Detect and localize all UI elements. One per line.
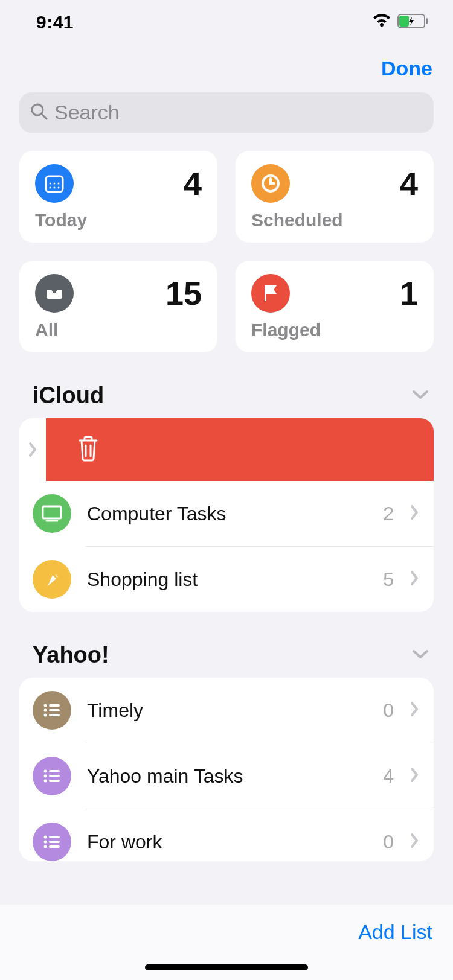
svg-point-7 [50,183,51,185]
search-input[interactable] [54,101,423,124]
card-flagged[interactable]: 1 Flagged [236,261,434,352]
list-count: 2 [383,503,394,525]
home-indicator[interactable] [145,964,308,970]
list-row[interactable]: Shopping list 5 [19,547,434,612]
svg-rect-17 [49,704,60,707]
card-scheduled[interactable]: 4 Scheduled [236,151,434,243]
list-count: 0 [383,831,394,853]
svg-point-8 [54,183,56,185]
svg-rect-21 [49,714,60,716]
card-label: Today [35,210,202,231]
list-icon [33,691,71,730]
carrot-icon [33,560,71,599]
svg-rect-19 [49,709,60,711]
list-name: Yahoo main Tasks [87,765,367,788]
list-count: 4 [383,765,394,788]
svg-rect-23 [49,770,60,772]
card-all[interactable]: 15 All [19,261,217,352]
card-label: All [35,320,202,340]
clock-icon [251,164,290,203]
svg-rect-14 [43,506,61,518]
card-count: 4 [184,167,202,200]
wifi-icon [372,14,391,31]
svg-rect-33 [49,845,60,848]
card-count: 4 [400,167,418,200]
inbox-icon [35,274,74,313]
list-group-icloud: Computer Tasks 2 Shopping list 5 [19,418,434,612]
flag-icon [251,274,290,313]
list-name: Timely [87,699,367,722]
list-row-swipe-delete[interactable] [19,418,434,481]
svg-point-22 [44,770,47,773]
list-row[interactable]: Timely 0 [19,678,434,743]
status-icons [372,13,429,31]
svg-point-24 [44,775,47,778]
chevron-right-icon [410,832,419,851]
card-label: Flagged [251,320,418,340]
chevron-right-icon [410,570,419,589]
delete-action[interactable] [46,418,434,481]
list-row[interactable]: For work 0 [19,809,434,861]
status-bar: 9:41 [0,0,453,39]
svg-point-18 [44,709,47,712]
list-row[interactable]: Yahoo main Tasks 4 [19,743,434,809]
list-count: 0 [383,699,394,722]
chevron-down-icon [412,389,429,402]
search-icon [30,103,48,123]
svg-rect-27 [49,780,60,782]
section-header-icloud[interactable]: iCloud [0,377,453,418]
list-name: Shopping list [87,568,367,591]
chevron-right-icon [410,766,419,786]
status-time: 9:41 [36,12,74,33]
add-list-button[interactable]: Add List [358,920,432,944]
smart-lists-grid: 4 Today 4 Scheduled 15 All 1 Flagge [0,151,453,377]
svg-point-11 [54,187,56,189]
list-name: Computer Tasks [87,503,367,525]
svg-point-16 [44,704,47,707]
svg-point-9 [58,183,60,185]
svg-point-26 [44,780,47,783]
card-today[interactable]: 4 Today [19,151,217,243]
card-count: 15 [165,277,202,310]
svg-line-4 [42,114,47,119]
monitor-icon [33,494,71,533]
list-icon [33,822,71,861]
list-name: For work [87,831,367,853]
section-title: iCloud [33,383,104,409]
svg-rect-1 [399,16,409,27]
swipe-peek [19,418,46,481]
svg-rect-29 [49,836,60,838]
svg-point-28 [44,836,47,839]
card-label: Scheduled [251,210,418,231]
svg-point-10 [50,187,51,189]
calendar-today-icon [35,164,74,203]
trash-icon [76,434,100,465]
svg-rect-2 [426,18,428,24]
svg-point-12 [58,187,60,189]
chevron-right-icon [410,701,419,720]
section-header-yahoo[interactable]: Yahoo! [0,636,453,678]
chevron-right-icon [410,504,419,523]
svg-rect-31 [49,841,60,843]
search-bar[interactable] [19,92,434,133]
battery-icon [397,13,429,31]
list-row[interactable]: Computer Tasks 2 [19,481,434,546]
chevron-down-icon [412,649,429,662]
list-group-yahoo: Timely 0 Yahoo main Tasks 4 For work 0 [19,678,434,861]
svg-point-20 [44,714,47,717]
header: Done [0,39,453,92]
svg-point-32 [44,845,47,848]
list-count: 5 [383,568,394,591]
svg-point-30 [44,841,47,844]
section-title: Yahoo! [33,642,109,668]
svg-rect-25 [49,775,60,777]
card-count: 1 [400,277,418,310]
list-icon [33,757,71,795]
done-button[interactable]: Done [381,57,432,80]
